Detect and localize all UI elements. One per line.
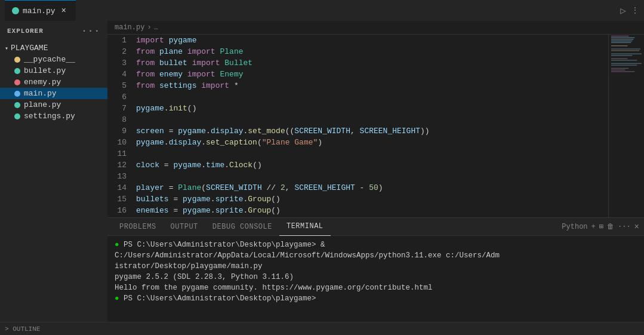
file-label: main.py [24, 89, 57, 98]
line-number: 13 [107, 171, 127, 182]
file-list: __pycache__bullet.pyenemy.pymain.pyplane… [0, 54, 107, 122]
breadcrumb: main.py › … [107, 21, 644, 35]
code-line: from plane import Plane [136, 46, 608, 57]
sidebar-file-settings-py[interactable]: settings.py [0, 110, 107, 122]
python-label: Python [562, 223, 587, 231]
svg-rect-12 [611, 63, 642, 64]
line-number: 3 [107, 57, 127, 69]
split-icon[interactable]: ⋮ [631, 5, 639, 16]
panel-tab-output[interactable]: OUTPUT [164, 218, 205, 236]
sidebar-file-plane-py[interactable]: plane.py [0, 99, 107, 110]
code-line: enemies = pygame.sprite.Group() [136, 205, 608, 216]
file-label: settings.py [24, 112, 75, 121]
svg-rect-0 [611, 36, 629, 36]
svg-rect-5 [611, 45, 628, 46]
code-line: pygame.init() [136, 103, 608, 114]
svg-rect-2 [611, 39, 633, 39]
tab-label: main.py [23, 7, 56, 16]
line-numbers: 1234567891011121314151617181920 [107, 35, 131, 217]
line-number: 7 [107, 103, 127, 114]
panel-tab-right: Python + ⊞ 🗑 ··· × [562, 222, 639, 232]
panel-tab-problems[interactable]: PROBLEMS [112, 218, 164, 236]
code-line: screen = pygame.display.set_mode((SCREEN… [136, 125, 608, 137]
main-area: Explorer ··· ▾ PLAYGAME __pycache__bulle… [0, 21, 644, 322]
line-number: 8 [107, 114, 127, 125]
breadcrumb-file: main.py [115, 23, 144, 32]
panel-tab-debug-console[interactable]: DEBUG CONSOLE [205, 218, 279, 236]
file-label: enemy.py [24, 78, 61, 87]
line-number: 14 [107, 182, 127, 193]
outline-bar[interactable]: > OUTLINE [0, 322, 644, 335]
line-number: 1 [107, 35, 127, 46]
prompt-dot-icon: ● [115, 294, 124, 303]
file-dot-icon [14, 91, 20, 97]
sidebar-file-bullet-py[interactable]: bullet.py [0, 65, 107, 76]
line-number: 15 [107, 193, 127, 205]
tab-close-button[interactable]: × [59, 6, 69, 16]
file-dot-icon [14, 57, 20, 63]
sidebar-file-main-py[interactable]: main.py [0, 88, 107, 99]
code-editor: 1234567891011121314151617181920 import p… [107, 35, 644, 217]
code-line: import pygame [136, 35, 608, 46]
terminal-line: istrator/Desktop/playgame/main.py [115, 261, 637, 272]
trash-terminal-button[interactable]: 🗑 [607, 222, 614, 231]
close-terminal-button[interactable]: × [634, 222, 639, 232]
svg-rect-15 [611, 70, 625, 70]
code-line [136, 171, 608, 182]
svg-rect-14 [611, 68, 629, 69]
terminal-line: pygame 2.5.2 (SDL 2.28.3, Python 3.11.6) [115, 272, 637, 282]
breadcrumb-more: … [154, 23, 158, 32]
code-content[interactable]: import pygamefrom plane import Planefrom… [131, 35, 608, 217]
panel-tabs: PROBLEMSOUTPUTDEBUG CONSOLETERMINAL Pyth… [107, 218, 644, 236]
code-line: from bullet import Bullet [136, 57, 608, 69]
file-dot-icon [14, 113, 20, 119]
svg-rect-7 [611, 50, 639, 51]
svg-rect-11 [611, 60, 637, 60]
split-terminal-button[interactable]: ⊞ [599, 222, 603, 231]
code-line: player = Plane(SCREEN_WIDTH // 2, SCREEN… [136, 182, 608, 193]
run-icon[interactable]: ▷ [620, 5, 626, 17]
svg-rect-13 [611, 64, 637, 65]
breadcrumb-sep: › [147, 23, 151, 32]
more-terminal-button[interactable]: ··· [618, 223, 631, 231]
line-number: 16 [107, 205, 127, 216]
terminal-panel: PROBLEMSOUTPUTDEBUG CONSOLETERMINAL Pyth… [107, 217, 644, 322]
terminal-line: ● PS C:\Users\Administrator\Desktop\play… [115, 293, 637, 304]
svg-rect-8 [611, 54, 642, 54]
panel-tab-terminal[interactable]: TERMINAL [279, 218, 331, 236]
code-line: from enemy import Enemy [136, 69, 608, 80]
panel-tabs-list: PROBLEMSOUTPUTDEBUG CONSOLETERMINAL [112, 218, 331, 236]
terminal-content[interactable]: ● PS C:\Users\Administrator\Desktop\play… [107, 236, 644, 322]
code-line: clock = pygame.time.Clock() [136, 159, 608, 171]
title-bar-controls: ▷ ⋮ [620, 5, 639, 17]
svg-rect-9 [611, 55, 632, 56]
svg-rect-16 [611, 71, 634, 72]
title-bar: main.py × ▷ ⋮ [0, 0, 644, 21]
sidebar-file-__pycache__[interactable]: __pycache__ [0, 54, 107, 65]
sidebar-section: ▾ PLAYGAME __pycache__bullet.pyenemy.pym… [0, 41, 107, 123]
line-number: 4 [107, 69, 127, 80]
line-number: 10 [107, 137, 127, 148]
code-line: from settings import * [136, 80, 608, 91]
code-line [136, 114, 608, 125]
editor-tab[interactable]: main.py × [5, 0, 76, 21]
section-chevron: ▾ [5, 45, 8, 52]
file-label: plane.py [24, 100, 61, 109]
prompt-dot-icon: ● [115, 241, 124, 249]
line-number: 6 [107, 91, 127, 103]
sidebar-file-enemy-py[interactable]: enemy.py [0, 76, 107, 88]
file-dot-icon [14, 68, 20, 74]
sidebar-more-button[interactable]: ··· [81, 26, 100, 36]
editor-area: main.py › … 1234567891011121314151617181… [107, 21, 644, 322]
svg-rect-4 [611, 42, 631, 43]
file-label: __pycache__ [24, 55, 75, 64]
svg-rect-1 [611, 38, 634, 38]
playgame-section-header[interactable]: ▾ PLAYGAME [0, 42, 107, 54]
line-number: 11 [107, 148, 127, 159]
add-terminal-button[interactable]: + [591, 223, 596, 231]
file-dot-icon [14, 102, 20, 108]
section-label: PLAYGAME [11, 44, 48, 53]
outline-label: > OUTLINE [5, 325, 40, 333]
python-file-icon [12, 7, 19, 14]
line-number: 12 [107, 159, 127, 171]
